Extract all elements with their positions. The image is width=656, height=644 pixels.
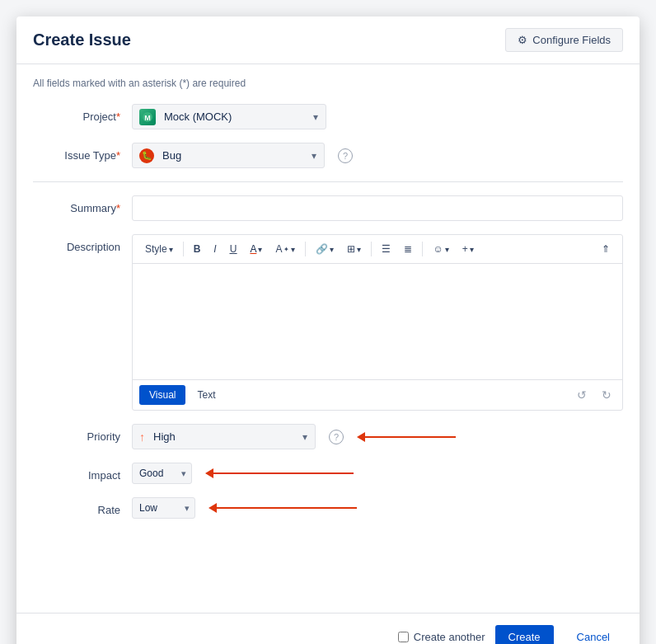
editor-content[interactable] <box>133 264 622 379</box>
project-select[interactable]: Mock (MOCK) <box>161 105 326 129</box>
impact-row: Impact Good Bad Neutral <box>33 463 623 484</box>
impact-select-wrapper: Good Bad Neutral <box>132 463 192 484</box>
priority-label: Priority <box>33 424 132 443</box>
required-star: * <box>116 202 120 214</box>
arrow-head-left3 <box>209 503 217 513</box>
table-btn[interactable]: ⊞ <box>341 240 367 258</box>
project-icon: M <box>139 109 156 125</box>
rate-select-wrapper: Low Medium High <box>132 497 195 519</box>
summary-control <box>132 195 623 221</box>
impact-annotation <box>205 468 354 478</box>
undo-btn[interactable]: ↺ <box>573 387 591 403</box>
impact-control: Good Bad Neutral <box>132 463 623 484</box>
issue-type-select-wrapper: 🐛 Bug Task Story Epic <box>132 143 325 168</box>
summary-input[interactable] <box>132 195 623 221</box>
bug-icon: 🐛 <box>139 148 154 163</box>
toolbar-sep1 <box>183 242 184 256</box>
create-button[interactable]: Create <box>495 625 554 644</box>
emoji-btn[interactable]: ☺ <box>427 240 454 258</box>
priority-icon: ↑ <box>139 430 145 444</box>
issue-type-label: Issue Type* <box>33 143 132 162</box>
impact-label: Impact <box>33 463 132 482</box>
issue-type-row: Issue Type* 🐛 Bug Task Story Epic ? <box>33 143 623 168</box>
issue-type-help-icon[interactable]: ? <box>338 148 353 163</box>
rate-annotation <box>209 503 357 513</box>
modal-header: Create Issue ⚙ Configure Fields <box>16 16 640 64</box>
priority-row: Priority ↑ Highest High Medium Low Lowes… <box>33 424 623 449</box>
rate-control: Low Medium High <box>132 497 623 519</box>
description-row: Description Style B I U A A✦ 🔗 ⊞ <box>33 234 623 411</box>
italic-btn[interactable]: I <box>208 240 222 258</box>
priority-select-wrapper: ↑ Highest High Medium Low Lowest <box>132 424 316 449</box>
modal-title: Create Issue <box>33 31 131 49</box>
bullet-list-btn[interactable]: ☰ <box>376 240 396 258</box>
required-note: All fields marked with an asterisk (*) a… <box>33 78 623 89</box>
create-another-checkbox[interactable] <box>398 632 409 642</box>
project-row: Project* M Mock (MOCK) <box>33 104 623 129</box>
editor-tabs: Visual Text <box>139 385 225 405</box>
text-color-btn[interactable]: A <box>244 240 268 258</box>
summary-label: Summary* <box>33 195 132 214</box>
editor-footer: Visual Text ↺ ↻ <box>133 379 622 410</box>
form-divider <box>33 181 623 182</box>
issue-type-select[interactable]: Bug Task Story Epic <box>159 143 324 167</box>
toolbar-sep3 <box>371 242 372 256</box>
svg-text:M: M <box>144 114 151 122</box>
arrow-line2 <box>213 472 354 474</box>
arrow-head-left <box>357 432 365 442</box>
create-another-label[interactable]: Create another <box>398 631 485 643</box>
text-tab[interactable]: Text <box>187 385 225 405</box>
create-issue-modal: Create Issue ⚙ Configure Fields All fiel… <box>16 16 640 644</box>
rate-select[interactable]: Low Medium High <box>132 497 195 519</box>
visual-tab[interactable]: Visual <box>139 385 185 405</box>
toolbar-sep2 <box>305 242 306 256</box>
redo-btn[interactable]: ↻ <box>597 387 616 403</box>
toolbar-sep4 <box>422 242 423 256</box>
impact-select[interactable]: Good Bad Neutral <box>132 463 192 484</box>
bold-btn[interactable]: B <box>188 240 207 258</box>
gear-icon: ⚙ <box>518 34 527 46</box>
project-control: M Mock (MOCK) <box>132 104 623 129</box>
arrow-line3 <box>217 507 357 509</box>
issue-type-control: 🐛 Bug Task Story Epic ? <box>132 143 623 168</box>
modal-footer: Create another Create Cancel <box>16 613 640 644</box>
summary-row: Summary* <box>33 195 623 221</box>
cancel-button[interactable]: Cancel <box>564 625 623 644</box>
required-star: * <box>116 149 120 162</box>
priority-select[interactable]: Highest High Medium Low Lowest <box>150 425 315 449</box>
description-control: Style B I U A A✦ 🔗 ⊞ ☰ ≣ ☺ <box>132 234 623 411</box>
priority-help-icon[interactable]: ? <box>329 430 344 444</box>
required-star: * <box>116 110 120 123</box>
editor-history-actions: ↺ ↻ <box>573 387 616 403</box>
priority-annotation <box>357 432 456 442</box>
priority-control: ↑ Highest High Medium Low Lowest ? <box>132 424 623 449</box>
text-style-btn[interactable]: A✦ <box>269 240 301 258</box>
rate-row: Rate Low Medium High <box>33 497 623 519</box>
underline-btn[interactable]: U <box>224 240 243 258</box>
configure-fields-button[interactable]: ⚙ Configure Fields <box>505 28 623 52</box>
more-btn[interactable]: + <box>457 240 480 258</box>
editor-toolbar: Style B I U A A✦ 🔗 ⊞ ☰ ≣ ☺ <box>133 235 622 264</box>
project-select-wrapper: M Mock (MOCK) <box>132 104 326 129</box>
collapse-btn[interactable]: ⇑ <box>596 240 616 258</box>
numbered-list-btn[interactable]: ≣ <box>398 240 418 258</box>
modal-body: All fields marked with an asterisk (*) a… <box>16 64 640 613</box>
link-btn[interactable]: 🔗 <box>310 240 340 258</box>
rate-label: Rate <box>33 497 132 516</box>
description-editor: Style B I U A A✦ 🔗 ⊞ ☰ ≣ ☺ <box>132 234 623 411</box>
style-dropdown-btn[interactable]: Style <box>139 240 179 258</box>
description-label: Description <box>33 234 132 253</box>
arrow-line <box>365 436 456 438</box>
project-label: Project* <box>33 104 132 123</box>
arrow-head-left2 <box>205 468 213 478</box>
